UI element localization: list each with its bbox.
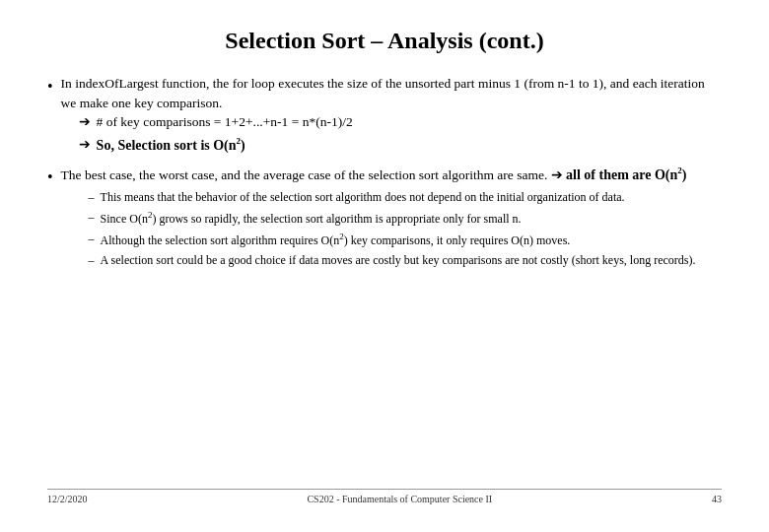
sub-bullet-1-text: This means that the behavior of the sele… — [101, 189, 625, 206]
bullet-2-prefix: The best case, the worst case, and the a… — [61, 167, 548, 182]
footer-course: CS202 - Fundamentals of Computer Science… — [307, 494, 492, 504]
sub-bullets: – This means that the behavior of the se… — [89, 189, 722, 268]
slide-content: • In indexOfLargest function, the for lo… — [47, 74, 722, 481]
sub-bullet-2-text: Since O(n2) grows so rapidly, the select… — [101, 209, 522, 228]
arrow-1: ➔ # of key comparisons = 1+2+...+n-1 = n… — [79, 112, 722, 132]
arrow-2-icon: ➔ — [79, 135, 91, 155]
bullet-1-text: In indexOfLargest function, the for loop… — [61, 74, 722, 159]
arrow-1-icon: ➔ — [79, 112, 91, 132]
sub-bullet-4: – A selection sort could be a good choic… — [89, 252, 722, 269]
footer-page: 43 — [712, 494, 722, 504]
sub-bullet-2: – Since O(n2) grows so rapidly, the sele… — [89, 209, 722, 228]
footer-date: 12/2/2020 — [47, 494, 88, 504]
dash-4: – — [89, 252, 95, 269]
dash-2: – — [89, 209, 95, 226]
arrow-2-bold: So, Selection sort is O(n2) — [97, 138, 245, 153]
slide-title: Selection Sort – Analysis (cont.) — [47, 28, 722, 54]
dash-3: – — [89, 231, 95, 247]
sub-bullet-3-text: Although the selection sort algorithm re… — [101, 231, 571, 249]
bullet-2-bold: all of them are O(n2) — [566, 167, 686, 182]
bullet-1-content: In indexOfLargest function, the for loop… — [61, 76, 705, 110]
sub-bullet-3: – Although the selection sort algorithm … — [89, 231, 722, 249]
arrow-1-text: # of key comparisons = 1+2+...+n-1 = n*(… — [97, 112, 353, 132]
bullet-2-dot: • — [47, 166, 53, 188]
arrow-2-text: So, Selection sort is O(n2) — [97, 135, 245, 156]
sub-bullet-4-text: A selection sort could be a good choice … — [101, 252, 696, 269]
bullet-2: • The best case, the worst case, and the… — [47, 165, 722, 271]
bullet-2-arrow: ➔ — [551, 167, 566, 182]
bullet-2-text: The best case, the worst case, and the a… — [61, 165, 722, 271]
sub-bullet-1: – This means that the behavior of the se… — [89, 189, 722, 206]
slide: Selection Sort – Analysis (cont.) • In i… — [0, 0, 769, 532]
bullet-1: • In indexOfLargest function, the for lo… — [47, 74, 722, 159]
bullet-1-dot: • — [47, 75, 53, 98]
arrow-2: ➔ So, Selection sort is O(n2) — [79, 135, 722, 156]
footer: 12/2/2020 CS202 - Fundamentals of Comput… — [47, 489, 722, 504]
dash-1: – — [89, 189, 95, 206]
